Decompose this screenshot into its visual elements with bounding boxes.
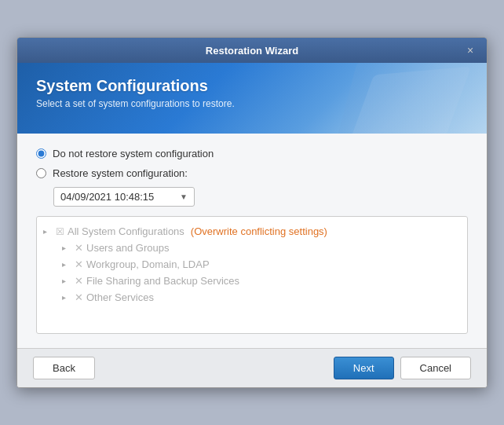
do-not-restore-option: Do not restore system configuration [36,148,468,159]
overwrite-label: (Overwrite conflicting settings) [191,225,327,237]
restore-radio[interactable] [36,168,46,178]
config-icon: ✕ [75,291,83,303]
expand-icon[interactable]: ▸ [62,293,71,302]
chevron-down-icon: ▼ [180,192,188,201]
footer: Back Next Cancel [17,348,487,387]
expand-icon[interactable]: ▸ [62,260,71,269]
restore-option-row: Restore system configuration: [36,167,468,179]
tree-area: ▸ ☒ All System Configurations (Overwrite… [36,216,468,334]
header-banner: System Configurations Select a set of sy… [17,63,487,134]
page-title: System Configurations [36,77,468,95]
content-area: Do not restore system configuration Rest… [17,134,487,348]
dialog: Restoration Wizard × System Configuratio… [16,37,488,388]
dropdown-row: 04/09/2021 10:48:15 ▼ [53,187,468,207]
dropdown-value: 04/09/2021 10:48:15 [60,191,154,203]
config-icon: ✕ [75,275,83,287]
tree-item-workgroup: ▸ ✕ Workgroup, Domain, LDAP [62,256,461,273]
tree-children: ▸ ✕ Users and Groups ▸ ✕ Workgroup, Doma… [43,240,461,306]
tree-item-label: Workgroup, Domain, LDAP [86,258,210,270]
restore-label[interactable]: Restore system configuration: [53,167,188,179]
tree-item-other: ▸ ✕ Other Services [62,289,461,306]
expand-icon[interactable]: ▸ [62,277,71,285]
do-not-restore-radio[interactable] [36,148,46,159]
title-bar: Restoration Wizard × [17,38,487,63]
config-icon: ✕ [75,258,83,270]
dialog-title: Restoration Wizard [41,45,463,57]
page-subtitle: Select a set of system configurations to… [36,98,468,109]
expand-icon[interactable]: ▸ [62,244,71,252]
tree-root-item: ▸ ☒ All System Configurations (Overwrite… [43,223,461,240]
action-buttons: Next Cancel [334,357,471,379]
cancel-button[interactable]: Cancel [400,357,471,379]
close-button[interactable]: × [463,43,477,57]
tree-item-label: File Sharing and Backup Services [86,275,239,287]
checkbox-icon[interactable]: ☒ [56,226,64,237]
tree-item-label: Other Services [86,291,154,303]
back-button[interactable]: Back [33,357,95,379]
tree-item-label: Users and Groups [86,242,170,254]
date-dropdown[interactable]: 04/09/2021 10:48:15 ▼ [53,187,195,207]
do-not-restore-label[interactable]: Do not restore system configuration [53,148,214,159]
next-button[interactable]: Next [334,357,394,379]
tree-root-label: All System Configurations [68,225,184,237]
expand-icon[interactable]: ▸ [43,227,53,236]
tree-item-filesharing: ▸ ✕ File Sharing and Backup Services [62,273,461,289]
tree-item-users: ▸ ✕ Users and Groups [62,240,461,256]
config-icon: ✕ [75,242,83,254]
